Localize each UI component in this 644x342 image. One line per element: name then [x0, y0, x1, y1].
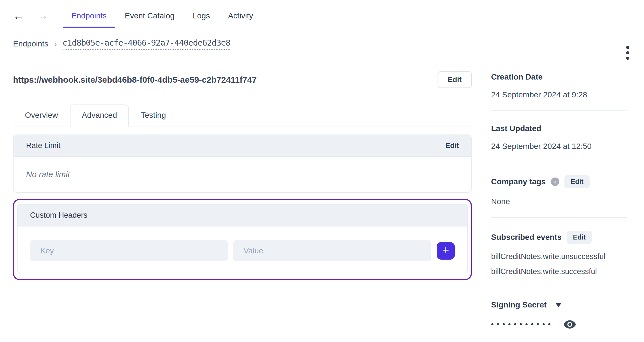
signing-secret-label: Signing Secret — [491, 300, 547, 309]
edit-rate-limit-button[interactable]: Edit — [445, 142, 459, 150]
creation-date-section: Creation Date 24 September 2024 at 9:28 — [491, 72, 627, 111]
edit-company-tags-button[interactable]: Edit — [564, 175, 590, 188]
tab-overview[interactable]: Overview — [13, 104, 70, 127]
company-tags-label: Company tags — [491, 177, 546, 186]
creation-date-label: Creation Date — [491, 72, 543, 82]
tab-event-catalog[interactable]: Event Catalog — [116, 10, 183, 22]
breadcrumb-endpoint-id[interactable]: c1d8b05e-acfe-4066-92a7-440ede62d3e8 — [63, 38, 231, 50]
signing-secret-section: Signing Secret ••••••••••• — [491, 300, 627, 329]
details-sidebar: Creation Date 24 September 2024 at 9:28 … — [491, 72, 627, 342]
rate-limit-card: Rate Limit Edit No rate limit — [13, 134, 472, 193]
edit-subscribed-events-button[interactable]: Edit — [567, 231, 592, 244]
detail-tabs: Overview Advanced Testing — [13, 104, 472, 127]
company-tags-section: Company tags i Edit None — [491, 175, 627, 218]
plus-icon: + — [442, 244, 449, 256]
subscribed-event-item: billCreditNotes.write.unsuccessful — [491, 252, 627, 261]
chevron-down-icon — [555, 303, 562, 307]
last-updated-label: Last Updated — [491, 124, 541, 133]
header-value-input[interactable] — [233, 240, 431, 261]
custom-headers-highlight: Custom Headers + — [13, 199, 472, 280]
back-arrow-icon[interactable]: ← — [13, 10, 24, 22]
subscribed-event-item: billCreditNotes.write.successful — [491, 267, 627, 276]
reveal-secret-button[interactable] — [563, 320, 576, 329]
signing-secret-masked-value: ••••••••••• — [491, 320, 554, 329]
subscribed-events-section: Subscribed events Edit billCreditNotes.w… — [491, 231, 627, 287]
eye-icon — [563, 320, 576, 329]
top-nav-tabs: Endpoints Event Catalog Logs Activity — [63, 10, 262, 22]
tab-activity[interactable]: Activity — [219, 10, 262, 22]
creation-date-value: 24 September 2024 at 9:28 — [491, 90, 627, 100]
kebab-menu-icon[interactable] — [625, 45, 630, 61]
custom-headers-card: Custom Headers + — [17, 204, 468, 273]
endpoint-url-row: https://webhook.site/3ebd46b8-f0f0-4db5-… — [13, 71, 472, 88]
breadcrumb-chevron-icon: › — [54, 39, 57, 49]
breadcrumb: Endpoints › c1d8b05e-acfe-4066-92a7-440e… — [13, 38, 644, 50]
edit-url-button[interactable]: Edit — [438, 71, 472, 88]
add-header-button[interactable]: + — [437, 242, 455, 260]
main-content: https://webhook.site/3ebd46b8-f0f0-4db5-… — [13, 71, 472, 280]
last-updated-section: Last Updated 24 September 2024 at 12:50 — [491, 124, 627, 163]
tab-endpoints[interactable]: Endpoints — [63, 10, 115, 22]
company-tags-value: None — [491, 197, 627, 206]
header-key-input[interactable] — [30, 240, 228, 261]
tab-advanced[interactable]: Advanced — [70, 104, 129, 127]
top-nav: ← → Endpoints Event Catalog Logs Activit… — [0, 0, 644, 22]
tab-logs[interactable]: Logs — [184, 10, 218, 22]
signing-secret-toggle[interactable]: Signing Secret — [491, 300, 627, 309]
custom-headers-header: Custom Headers — [18, 205, 467, 226]
rate-limit-empty-text: No rate limit — [14, 157, 471, 192]
custom-headers-title: Custom Headers — [30, 211, 88, 220]
rate-limit-title: Rate Limit — [26, 141, 61, 150]
breadcrumb-endpoints-link[interactable]: Endpoints — [13, 39, 48, 48]
custom-headers-body: + — [18, 226, 467, 273]
tab-testing[interactable]: Testing — [129, 104, 178, 127]
subscribed-events-label: Subscribed events — [491, 233, 562, 242]
last-updated-value: 24 September 2024 at 12:50 — [491, 142, 627, 151]
rate-limit-header: Rate Limit Edit — [14, 135, 471, 157]
endpoint-url: https://webhook.site/3ebd46b8-f0f0-4db5-… — [13, 75, 257, 85]
info-icon[interactable]: i — [551, 178, 559, 186]
forward-arrow-icon[interactable]: → — [37, 10, 48, 22]
